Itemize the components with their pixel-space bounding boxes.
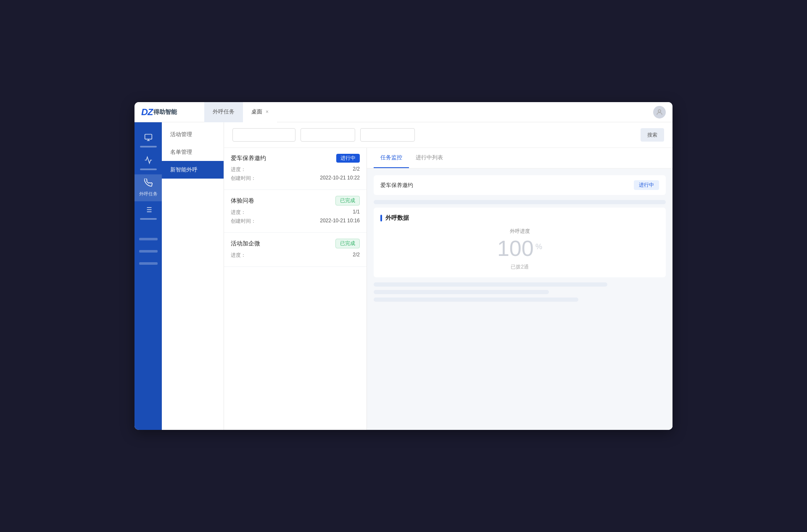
task-name-3: 活动加企微 bbox=[231, 240, 260, 248]
dialed-label: 已拨2通 bbox=[511, 263, 529, 271]
task-card-2[interactable]: 体验问卷 已完成 进度： 1/1 创建时间： 2022-10-21 10:16 bbox=[224, 190, 367, 233]
sidebar-item-chart[interactable] bbox=[134, 152, 162, 174]
placeholder-bar-2 bbox=[374, 282, 607, 287]
progress-pct: % bbox=[535, 242, 542, 251]
monitor-icon bbox=[144, 133, 153, 144]
sidebar-item-outbound[interactable]: 外呼任务 bbox=[134, 174, 162, 201]
sidebar-item-extra2[interactable] bbox=[134, 245, 162, 257]
logo: DZ 得助智能 bbox=[141, 107, 204, 118]
sidebar-item-extra1[interactable] bbox=[134, 232, 162, 245]
task-badge-3: 已完成 bbox=[335, 239, 360, 248]
task-card-2-header: 体验问卷 已完成 bbox=[231, 196, 360, 205]
filter-input-3[interactable] bbox=[360, 128, 415, 142]
section-title-bar bbox=[380, 215, 382, 221]
status-badge: 进行中 bbox=[634, 180, 659, 190]
filter-bar: 搜索 bbox=[224, 122, 672, 148]
detail-tab-monitor[interactable]: 任务监控 bbox=[374, 148, 409, 168]
task-card-1[interactable]: 爱车保养邀约 进行中 进度： 2/2 创建时间： 2022-10-21 10:2… bbox=[224, 148, 367, 190]
sub-item-activity[interactable]: 活动管理 bbox=[162, 126, 224, 143]
task-card-3-header: 活动加企微 已完成 bbox=[231, 239, 360, 248]
sub-item-namelist[interactable]: 名单管理 bbox=[162, 143, 224, 161]
task-info-progress-2: 进度： 1/1 bbox=[231, 209, 360, 216]
list-icon bbox=[144, 205, 153, 216]
sidebar-bar-extra2 bbox=[139, 250, 158, 253]
task-card-1-header: 爱车保养邀约 进行中 bbox=[231, 154, 360, 163]
status-task-name: 爱车保养邀约 bbox=[380, 182, 413, 189]
tab-close-icon[interactable]: × bbox=[266, 109, 269, 115]
content: 搜索 爱车保养邀约 进行中 进度： 2/2 bbox=[224, 122, 672, 430]
topbar-right bbox=[653, 106, 666, 119]
logo-text: 得助智能 bbox=[153, 108, 177, 116]
sub-item-smart-outbound[interactable]: 新智能外呼 bbox=[162, 161, 224, 179]
detail-tabs: 任务监控 进行中列表 bbox=[367, 148, 672, 169]
filter-input-2[interactable] bbox=[301, 128, 355, 142]
sidebar-bar-chart bbox=[140, 169, 157, 170]
sidebar-label-outbound: 外呼任务 bbox=[139, 191, 158, 197]
sidebar: 外呼任务 bbox=[134, 122, 162, 430]
task-list: 爱车保养邀约 进行中 进度： 2/2 创建时间： 2022-10-21 10:2… bbox=[224, 148, 367, 430]
filter-input-1[interactable] bbox=[232, 128, 295, 142]
task-name-2: 体验问卷 bbox=[231, 197, 254, 205]
placeholder-bar-1 bbox=[374, 200, 666, 204]
sidebar-bar-list bbox=[140, 218, 157, 220]
topbar: DZ 得助智能 外呼任务 桌面 × bbox=[134, 102, 672, 122]
sidebar-bar-extra3 bbox=[139, 262, 158, 265]
task-badge-1: 进行中 bbox=[336, 154, 360, 163]
tabs-bar: 外呼任务 桌面 × bbox=[204, 102, 653, 122]
search-button[interactable]: 搜索 bbox=[641, 128, 664, 142]
two-panel: 爱车保养邀约 进行中 进度： 2/2 创建时间： 2022-10-21 10:2… bbox=[224, 148, 672, 430]
sidebar-bar-monitor bbox=[140, 146, 157, 147]
logo-dz: DZ bbox=[141, 107, 153, 118]
svg-rect-1 bbox=[145, 134, 152, 140]
progress-value: 100 bbox=[497, 236, 534, 261]
chart-icon bbox=[144, 156, 153, 166]
sub-sidebar: 活动管理 名单管理 新智能外呼 bbox=[162, 122, 224, 430]
data-grid: 外呼进度 100 % 已拨2通 bbox=[380, 228, 659, 271]
user-avatar[interactable] bbox=[653, 106, 666, 119]
progress-label: 外呼进度 bbox=[510, 228, 530, 235]
sidebar-item-monitor[interactable] bbox=[134, 129, 162, 152]
progress-value-row: 100 % bbox=[497, 237, 542, 259]
sidebar-item-extra3[interactable] bbox=[134, 257, 162, 269]
task-info-time-1: 创建时间： 2022-10-21 10:22 bbox=[231, 175, 360, 182]
task-name-1: 爱车保养邀约 bbox=[231, 155, 266, 162]
detail-tab-ongoing-list[interactable]: 进行中列表 bbox=[409, 148, 450, 168]
data-section: 外呼数据 外呼进度 100 % 已拨2通 bbox=[374, 208, 666, 277]
placeholder-bar-4 bbox=[374, 298, 578, 302]
task-info-progress-3: 进度： 2/2 bbox=[231, 252, 360, 259]
detail-panel: 任务监控 进行中列表 爱车保养邀约 进行中 bbox=[367, 148, 672, 430]
section-title: 外呼数据 bbox=[380, 214, 659, 222]
placeholder-bar-3 bbox=[374, 290, 549, 294]
sidebar-item-list[interactable] bbox=[134, 201, 162, 224]
outbound-icon bbox=[144, 179, 153, 189]
app-window: DZ 得助智能 外呼任务 桌面 × bbox=[134, 102, 672, 430]
sidebar-bar-extra1 bbox=[139, 238, 158, 240]
tab-outbound[interactable]: 外呼任务 bbox=[204, 102, 243, 122]
tab-desktop[interactable]: 桌面 × bbox=[243, 102, 277, 122]
placeholder-area bbox=[374, 282, 666, 302]
task-card-3[interactable]: 活动加企微 已完成 进度： 2/2 bbox=[224, 233, 367, 267]
main-layout: 外呼任务 bbox=[134, 122, 672, 430]
task-info-progress-1: 进度： 2/2 bbox=[231, 166, 360, 173]
svg-point-0 bbox=[658, 110, 661, 112]
detail-body: 爱车保养邀约 进行中 外呼数据 外呼进度 bbox=[367, 169, 672, 312]
task-badge-2: 已完成 bbox=[335, 196, 360, 205]
status-row: 爱车保养邀约 进行中 bbox=[374, 175, 666, 195]
task-info-time-2: 创建时间： 2022-10-21 10:16 bbox=[231, 218, 360, 225]
